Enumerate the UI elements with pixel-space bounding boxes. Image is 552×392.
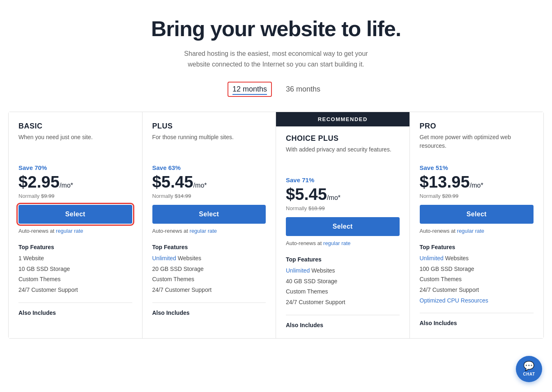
plan-basic-normal: Normally $9.99 (18, 193, 132, 199)
plan-basic-features-title: Top Features (18, 244, 132, 250)
plan-plus-feature-4: 24/7 Customer Support (152, 286, 266, 294)
plan-choice-plus-feature-3: Custom Themes (286, 288, 400, 296)
plan-choice-plus-select-button[interactable]: Select (286, 217, 400, 236)
plan-basic-price: $2.95 (18, 173, 60, 191)
plan-choice-plus: RECOMMENDED CHOICE PLUS With added priva… (276, 112, 410, 338)
plan-plus-normal: Normally $14.99 (152, 193, 266, 199)
plan-choice-plus-price-row: $5.45 /mo* (286, 185, 400, 204)
plan-plus: PLUS For those running multiple sites. S… (143, 112, 276, 338)
plan-basic-regular-rate-link[interactable]: regular rate (56, 228, 83, 234)
plan-pro-also-includes: Also Includes (420, 313, 534, 326)
plan-pro-save: Save 51% (420, 164, 534, 171)
plan-pro-cpu-resources-link[interactable]: Optimized CPU Resources (420, 297, 488, 304)
plan-basic-feature-1: 1 Website (18, 254, 132, 263)
billing-12months[interactable]: 12 months (228, 82, 272, 97)
chat-icon: 💬 (523, 362, 535, 371)
plan-basic-save: Save 70% (18, 164, 132, 171)
plan-plus-feature-2: 20 GB SSD Storage (152, 265, 266, 273)
plan-basic-per: /mo* (60, 182, 73, 189)
plan-choice-plus-feature-2: 40 GB SSD Storage (286, 277, 400, 286)
plan-pro-desc: Get more power with optimized web resour… (420, 133, 534, 156)
plan-plus-name: PLUS (152, 122, 266, 131)
plan-choice-plus-price: $5.45 (286, 185, 327, 204)
plan-plus-autorenew: Auto-renews at regular rate (152, 228, 266, 234)
plan-pro-price-row: $13.95 /mo* (420, 173, 534, 191)
plan-choice-plus-per: /mo* (327, 194, 340, 202)
plan-plus-features-title: Top Features (152, 244, 266, 250)
plan-choice-plus-unlimited-link[interactable]: Unlimited (286, 267, 310, 274)
plan-basic-name: BASIC (18, 122, 132, 131)
plan-pro-unlimited-link[interactable]: Unlimited (420, 255, 444, 261)
plan-plus-also-includes: Also Includes (152, 303, 266, 316)
plan-plus-desc: For those running multiple sites. (152, 133, 266, 156)
plan-choice-plus-save: Save 71% (286, 177, 400, 183)
plan-basic-feature-2: 10 GB SSD Storage (18, 265, 132, 273)
hero-subtitle: Shared hosting is the easiest, most econ… (8, 48, 544, 69)
plan-plus-select-button[interactable]: Select (152, 205, 266, 224)
plan-pro-per: /mo* (470, 182, 483, 189)
plan-pro: PRO Get more power with optimized web re… (410, 112, 544, 338)
plan-basic-desc: When you need just one site. (18, 133, 132, 156)
plan-plus-save: Save 63% (152, 164, 266, 171)
plan-pro-autorenew: Auto-renews at regular rate (420, 228, 534, 234)
plan-basic: BASIC When you need just one site. Save … (9, 112, 143, 338)
plan-plus-price-row: $5.45 /mo* (152, 173, 266, 191)
plan-pro-name: PRO (420, 122, 534, 131)
plan-pro-select-button[interactable]: Select (420, 205, 534, 224)
plan-basic-feature-4: 24/7 Customer Support (18, 286, 132, 294)
plan-pro-feature-4: 24/7 Customer Support (420, 286, 534, 294)
plan-choice-plus-also-includes: Also Includes (286, 315, 400, 328)
plan-choice-plus-desc: With added privacy and security features… (286, 145, 400, 168)
plan-plus-unlimited-link[interactable]: Unlimited (152, 255, 176, 261)
plan-pro-features-title: Top Features (420, 244, 534, 250)
billing-36months[interactable]: 36 months (282, 83, 324, 96)
plan-plus-regular-rate-link[interactable]: regular rate (190, 228, 217, 234)
plan-pro-feature-5: Optimized CPU Resources (420, 297, 534, 305)
recommended-banner: RECOMMENDED (276, 112, 409, 126)
chat-label: CHAT (523, 372, 535, 376)
plan-pro-feature-2: 100 GB SSD Storage (420, 265, 534, 273)
plan-basic-autorenew: Auto-renews at regular rate (18, 228, 132, 234)
plan-pro-feature-3: Custom Themes (420, 275, 534, 284)
plan-choice-plus-normal: Normally $18.99 (286, 205, 400, 211)
plan-basic-feature-3: Custom Themes (18, 275, 132, 284)
page-wrapper: Bring your website to life. Shared hosti… (0, 0, 552, 392)
plan-plus-price: $5.45 (152, 173, 193, 191)
plan-choice-plus-feature-1: Unlimited Websites (286, 267, 400, 275)
plan-choice-plus-regular-rate-link[interactable]: regular rate (323, 240, 350, 246)
plan-plus-feature-3: Custom Themes (152, 275, 266, 284)
plan-choice-plus-autorenew: Auto-renews at regular rate (286, 240, 400, 246)
plan-pro-price: $13.95 (420, 173, 470, 191)
plan-plus-feature-1: Unlimited Websites (152, 254, 266, 263)
plan-choice-plus-feature-4: 24/7 Customer Support (286, 298, 400, 307)
plan-choice-plus-name: CHOICE PLUS (286, 134, 400, 143)
billing-toggle: 12 months 36 months (8, 82, 544, 97)
page-title: Bring your website to life. (8, 16, 544, 41)
plan-basic-select-button[interactable]: Select (18, 205, 132, 224)
plan-plus-per: /mo* (193, 182, 207, 189)
plan-choice-plus-features-title: Top Features (286, 256, 400, 263)
plan-basic-also-includes: Also Includes (18, 303, 132, 316)
plan-pro-normal: Normally $28.99 (420, 193, 534, 199)
plan-pro-feature-1: Unlimited Websites (420, 254, 534, 263)
plans-container: BASIC When you need just one site. Save … (8, 112, 544, 338)
plan-pro-regular-rate-link[interactable]: regular rate (457, 228, 484, 234)
plan-basic-price-row: $2.95 /mo* (18, 173, 132, 191)
chat-widget[interactable]: 💬 CHAT (516, 356, 542, 382)
